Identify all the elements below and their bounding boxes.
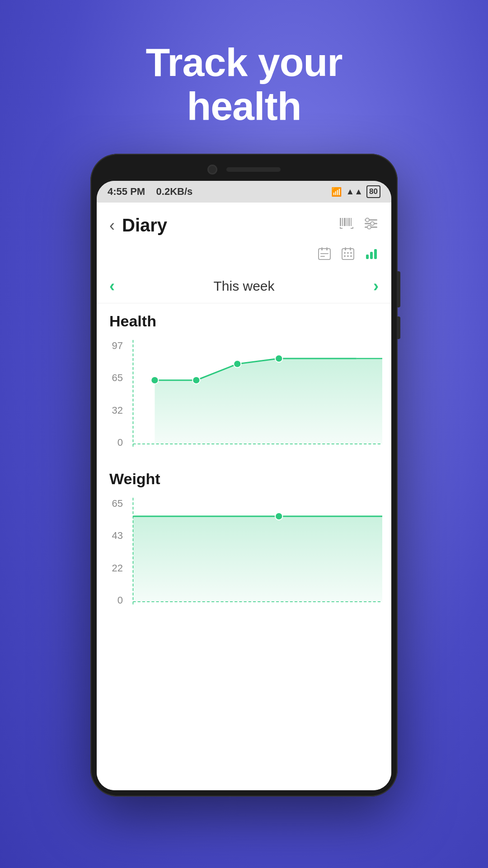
y-label-0: 0 xyxy=(100,437,123,448)
header-right xyxy=(339,216,379,235)
battery-value: 80 xyxy=(369,187,378,196)
barcode-icon[interactable] xyxy=(339,216,354,235)
weight-chart-svg xyxy=(124,498,382,606)
svg-rect-17 xyxy=(321,247,323,250)
weight-chart-section: Weight 65 43 22 0 xyxy=(97,461,391,615)
y-label-22w: 22 xyxy=(100,562,123,574)
phone-shell: 4:55 PM 0.2KB/s 📶 ▲▲ 80 ‹ xyxy=(90,154,398,797)
y-label-32: 32 xyxy=(100,405,123,416)
health-chart-area: 97 65 32 0 xyxy=(97,335,391,453)
svg-point-38 xyxy=(192,377,200,384)
view-controls xyxy=(97,243,391,269)
speaker-grille xyxy=(226,167,281,172)
svg-marker-43 xyxy=(133,516,382,602)
weight-chart-area: 65 43 22 0 xyxy=(97,493,391,611)
svg-rect-2 xyxy=(344,218,346,226)
svg-rect-22 xyxy=(345,247,346,250)
side-button-volume xyxy=(397,271,400,307)
header-left: ‹ Diary xyxy=(109,215,167,236)
y-label-65w: 65 xyxy=(100,498,123,509)
svg-point-45 xyxy=(275,513,282,520)
svg-rect-5 xyxy=(351,218,352,226)
bluetooth-icon: 📶 xyxy=(331,187,342,197)
week-navigation: ‹ This week › xyxy=(97,269,391,303)
svg-rect-20 xyxy=(320,256,325,257)
y-label-0w: 0 xyxy=(100,594,123,606)
status-data-speed: 0.2KB/s xyxy=(156,186,193,197)
back-button[interactable]: ‹ xyxy=(109,216,115,235)
status-time: 4:55 PM xyxy=(108,186,145,197)
weight-y-labels: 65 43 22 0 xyxy=(100,498,123,606)
battery-indicator: 80 xyxy=(366,185,380,198)
svg-rect-1 xyxy=(342,218,343,226)
svg-rect-4 xyxy=(348,218,350,226)
svg-marker-35 xyxy=(155,359,382,444)
phone-mockup: 4:55 PM 0.2KB/s 📶 ▲▲ 80 ‹ xyxy=(90,154,398,797)
status-right-icons: 📶 ▲▲ 80 xyxy=(331,185,380,198)
health-chart-svg xyxy=(124,340,382,448)
chart-view-button[interactable] xyxy=(364,246,379,264)
status-bar: 4:55 PM 0.2KB/s 📶 ▲▲ 80 xyxy=(97,181,391,203)
health-chart-section: Health 97 65 32 0 xyxy=(97,303,391,458)
svg-rect-27 xyxy=(344,255,346,257)
svg-rect-21 xyxy=(342,249,354,259)
week-view-button[interactable] xyxy=(341,246,355,264)
page-title: Diary xyxy=(122,215,167,236)
y-label-65: 65 xyxy=(100,372,123,384)
app-screen: ‹ Diary xyxy=(97,203,391,790)
signal-icon: ▲▲ xyxy=(346,187,363,197)
svg-rect-24 xyxy=(344,252,346,254)
svg-rect-18 xyxy=(326,247,328,250)
phone-screen: 4:55 PM 0.2KB/s 📶 ▲▲ 80 ‹ xyxy=(97,181,391,790)
svg-rect-29 xyxy=(350,255,352,257)
svg-point-15 xyxy=(367,225,371,229)
svg-point-37 xyxy=(151,377,158,384)
svg-rect-7 xyxy=(340,227,341,229)
svg-rect-3 xyxy=(347,218,347,226)
svg-rect-32 xyxy=(374,249,377,259)
hero-text: Track your health xyxy=(0,41,488,128)
svg-point-13 xyxy=(366,218,369,222)
y-label-43w: 43 xyxy=(100,530,123,542)
svg-rect-28 xyxy=(347,255,349,257)
svg-rect-23 xyxy=(350,247,351,250)
health-chart-title: Health xyxy=(97,312,391,335)
front-camera xyxy=(207,165,217,175)
health-y-labels: 97 65 32 0 xyxy=(100,340,123,448)
prev-week-button[interactable]: ‹ xyxy=(109,277,115,296)
weight-chart-title: Weight xyxy=(97,470,391,493)
app-header: ‹ Diary xyxy=(97,203,391,243)
status-time-speed: 4:55 PM 0.2KB/s xyxy=(108,186,192,198)
svg-rect-30 xyxy=(366,255,369,259)
svg-point-39 xyxy=(234,360,241,368)
side-button-power xyxy=(397,316,400,339)
phone-top-bar xyxy=(97,160,391,181)
y-label-97: 97 xyxy=(100,340,123,352)
svg-point-40 xyxy=(275,355,282,362)
svg-rect-31 xyxy=(370,252,373,259)
svg-point-14 xyxy=(371,222,374,225)
next-week-button[interactable]: › xyxy=(373,277,379,296)
day-view-button[interactable] xyxy=(317,246,332,264)
week-label: This week xyxy=(213,278,274,294)
svg-rect-9 xyxy=(352,227,353,229)
hero-line1: Track your xyxy=(0,41,488,85)
svg-rect-26 xyxy=(350,252,352,254)
svg-rect-0 xyxy=(340,218,341,226)
filter-icon[interactable] xyxy=(363,216,379,235)
svg-rect-25 xyxy=(347,252,349,254)
hero-line2: health xyxy=(0,85,488,128)
svg-rect-19 xyxy=(320,253,328,254)
